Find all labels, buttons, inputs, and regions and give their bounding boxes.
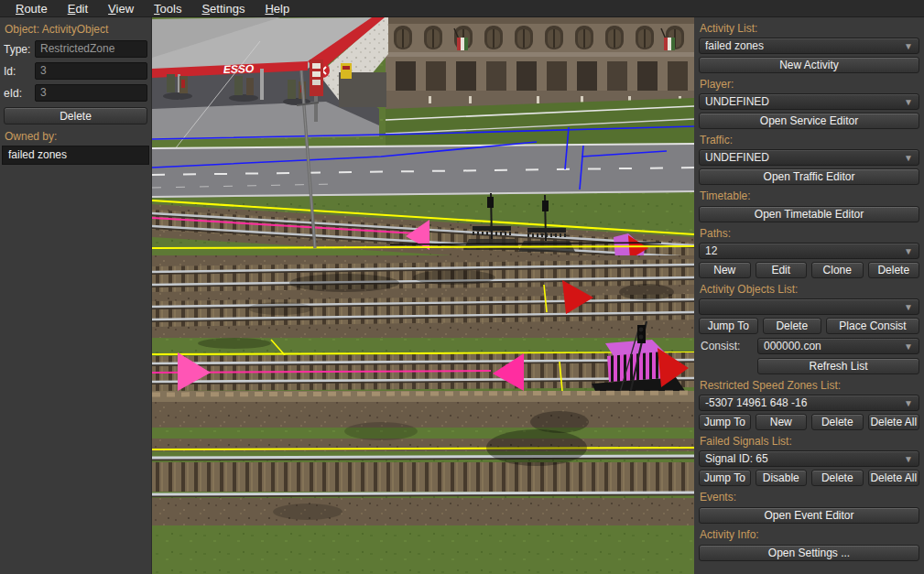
new-activity-button[interactable]: New Activity — [699, 57, 919, 73]
menu-settings[interactable]: Settings — [191, 1, 255, 16]
path-clone-button[interactable]: Clone — [811, 262, 864, 278]
path-new-button[interactable]: New — [699, 262, 751, 278]
activity-objects-label: Activity Objects List: — [700, 283, 919, 296]
id-label: Id: — [4, 65, 35, 78]
chevron-down-icon: ▼ — [904, 398, 913, 408]
signal-delete-button[interactable]: Delete — [811, 470, 864, 486]
terrain-grass — [152, 525, 694, 574]
object-jump-to-button[interactable]: Jump To — [699, 318, 758, 334]
signal-disable-button[interactable]: Disable — [756, 470, 808, 486]
activity-list-label: Activity List: — [700, 22, 919, 35]
chevron-down-icon: ▼ — [904, 97, 913, 107]
id-field[interactable]: 3 — [35, 62, 147, 80]
consist-label: Consist: — [699, 340, 757, 352]
open-event-editor-button[interactable]: Open Event Editor — [699, 507, 919, 524]
track-group-b — [152, 255, 694, 338]
owner-list-item[interactable]: failed zones — [2, 146, 149, 165]
restricted-zones-label: Restricted Speed Zones List: — [700, 379, 919, 392]
signal-jump-to-button[interactable]: Jump To — [699, 470, 751, 486]
events-label: Events: — [700, 491, 919, 504]
track-d — [152, 456, 694, 525]
world-viewport[interactable]: ESSO — [152, 17, 694, 574]
activity-tools-panel: Activity List: failed zones ▼ New Activi… — [694, 17, 924, 574]
activity-objects-dropdown[interactable]: ▼ — [699, 298, 919, 315]
consist-dropdown[interactable]: 000000.con ▼ — [757, 338, 919, 354]
chevron-down-icon: ▼ — [904, 341, 913, 352]
type-field[interactable]: RestrictedZone — [35, 40, 147, 58]
zone-delete-all-button[interactable]: Delete All — [868, 414, 920, 430]
gas-station: ESSO — [152, 17, 388, 140]
delete-object-button[interactable]: Delete — [4, 107, 147, 125]
chevron-down-icon: ▼ — [904, 41, 913, 51]
zone-delete-button[interactable]: Delete — [811, 414, 864, 430]
traffic-label: Traffic: — [700, 134, 919, 146]
menu-view[interactable]: View — [98, 1, 144, 16]
chevron-down-icon: ▼ — [904, 302, 913, 312]
traffic-dropdown[interactable]: UNDEFINED ▼ — [699, 149, 919, 166]
refresh-list-button[interactable]: Refresh List — [757, 358, 919, 374]
menu-route[interactable]: Route — [5, 1, 58, 16]
activity-list-dropdown[interactable]: failed zones ▼ — [699, 38, 919, 54]
open-settings-button[interactable]: Open Settings ... — [699, 545, 919, 561]
timetable-label: Timetable: — [700, 190, 919, 202]
menu-edit[interactable]: Edit — [58, 1, 98, 16]
eid-label: eId: — [4, 87, 35, 100]
path-edit-button[interactable]: Edit — [756, 262, 808, 278]
road — [152, 144, 694, 198]
activity-editor-window: Route Edit View Tools Settings Help Obje… — [0, 0, 924, 574]
zone-new-button[interactable]: New — [756, 414, 808, 430]
scene: ESSO — [152, 17, 694, 574]
open-service-editor-button[interactable]: Open Service Editor — [699, 113, 919, 129]
object-delete-button[interactable]: Delete — [763, 318, 822, 334]
owned-by-label: Owned by: — [5, 130, 147, 143]
failed-signals-label: Failed Signals List: — [700, 435, 919, 448]
failed-signals-dropdown[interactable]: Signal ID: 65 ▼ — [699, 450, 919, 467]
player-dropdown[interactable]: UNDEFINED ▼ — [699, 93, 919, 110]
eid-field[interactable]: 3 — [35, 84, 147, 102]
chevron-down-icon: ▼ — [904, 153, 913, 163]
ballast-field — [152, 402, 694, 428]
menu-bar: Route Edit View Tools Settings Help — [0, 0, 924, 17]
paths-dropdown[interactable]: 12 ▼ — [699, 243, 919, 259]
chevron-down-icon: ▼ — [904, 454, 913, 464]
path-delete-button[interactable]: Delete — [868, 262, 920, 278]
open-traffic-editor-button[interactable]: Open Traffic Editor — [699, 168, 919, 185]
restricted-zones-dropdown[interactable]: -5307 14961 648 -16 ▼ — [699, 395, 919, 411]
player-label: Player: — [700, 78, 919, 91]
yellow-sign — [341, 63, 352, 79]
object-title: Object: ActivityObject — [5, 23, 147, 36]
activity-info-label: Activity Info: — [700, 528, 919, 541]
menu-tools[interactable]: Tools — [144, 1, 191, 16]
type-label: Type: — [4, 43, 35, 56]
paths-label: Paths: — [700, 227, 919, 240]
esso-sign-text: ESSO — [223, 62, 255, 76]
signal-delete-all-button[interactable]: Delete All — [868, 470, 920, 486]
chevron-down-icon: ▼ — [904, 246, 913, 256]
place-consist-button[interactable]: Place Consist — [826, 318, 919, 334]
zone-jump-to-button[interactable]: Jump To — [699, 414, 751, 430]
open-timetable-editor-button[interactable]: Open Timetable Editor — [699, 206, 919, 222]
menu-help[interactable]: Help — [255, 1, 299, 16]
object-properties-panel: Object: ActivityObject Type: RestrictedZ… — [0, 17, 152, 574]
